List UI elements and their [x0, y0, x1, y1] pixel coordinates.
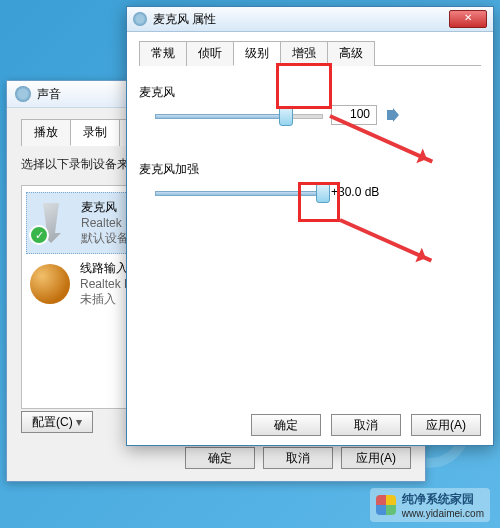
- slider-fill: [155, 114, 288, 119]
- tab-recording[interactable]: 录制: [70, 119, 120, 146]
- prop-titlebar[interactable]: 麦克风 属性 ✕: [127, 7, 493, 32]
- tab-levels[interactable]: 级别: [233, 41, 281, 66]
- prop-cancel-button[interactable]: 取消: [331, 414, 401, 436]
- checkmark-icon: ✓: [29, 225, 49, 245]
- configure-button[interactable]: 配置(C): [21, 411, 93, 433]
- close-button[interactable]: ✕: [449, 10, 487, 28]
- tab-general[interactable]: 常规: [139, 41, 187, 66]
- tab-listen[interactable]: 侦听: [186, 41, 234, 66]
- sound-ok-button[interactable]: 确定: [185, 447, 255, 469]
- speaker-icon: [15, 86, 31, 102]
- logo-icon: [376, 495, 396, 515]
- prop-ok-button[interactable]: 确定: [251, 414, 321, 436]
- slider-thumb[interactable]: [279, 106, 293, 126]
- tab-advanced[interactable]: 高级: [327, 41, 375, 66]
- prop-apply-button[interactable]: 应用(A): [411, 414, 481, 436]
- tab-playback[interactable]: 播放: [21, 119, 71, 146]
- highlight-box: [276, 63, 332, 109]
- watermark-url: www.yidaimei.com: [402, 508, 484, 519]
- microphone-icon: ✓: [31, 203, 71, 243]
- prop-title: 麦克风 属性: [153, 11, 443, 28]
- watermark-brand: 纯净系统家园: [402, 492, 474, 506]
- microphone-icon: [133, 12, 147, 26]
- linein-icon: [30, 264, 70, 304]
- sound-apply-button[interactable]: 应用(A): [341, 447, 411, 469]
- sound-title: 声音: [37, 86, 61, 103]
- watermark: 纯净系统家园 www.yidaimei.com: [370, 488, 490, 522]
- highlight-box: [298, 182, 340, 222]
- sound-cancel-button[interactable]: 取消: [263, 447, 333, 469]
- mute-button[interactable]: [385, 106, 403, 124]
